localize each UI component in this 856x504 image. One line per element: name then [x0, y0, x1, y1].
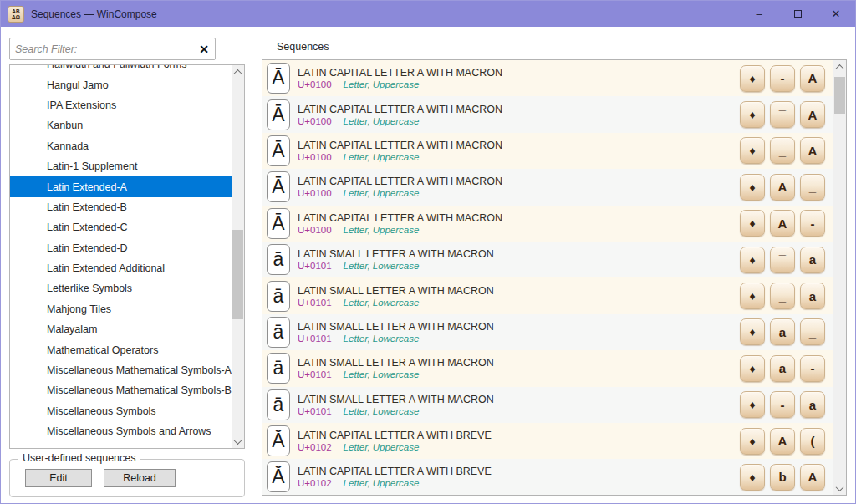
- sequence-scrollbar[interactable]: [833, 60, 846, 495]
- sequence-row[interactable]: Ā LATIN CAPITAL LETTER A WITH MACRON U+0…: [262, 60, 833, 96]
- sequence-row[interactable]: ā LATIN SMALL LETTER A WITH MACRON U+010…: [262, 277, 833, 313]
- keycap: A: [800, 464, 825, 491]
- compose-key-icon: ♦: [740, 247, 765, 273]
- category-item[interactable]: Kanbun: [10, 115, 232, 135]
- category-item-label: Miscellaneous Mathematical Symbols-A: [47, 364, 232, 376]
- category-item[interactable]: Latin Extended Additional: [10, 258, 232, 278]
- sequence-row[interactable]: Ā LATIN CAPITAL LETTER A WITH MACRON U+0…: [262, 169, 833, 205]
- character-glyph-box: ā: [267, 281, 290, 312]
- compose-key-icon: ♦: [740, 318, 765, 345]
- category-item[interactable]: Miscellaneous Symbols: [10, 401, 232, 421]
- edit-button[interactable]: Edit: [25, 469, 92, 487]
- category-item[interactable]: Latin Extended-D: [10, 238, 232, 258]
- scroll-up-icon[interactable]: [833, 60, 846, 74]
- sequence-row[interactable]: Ă LATIN CAPITAL LETTER A WITH BREVE U+01…: [262, 423, 833, 459]
- scroll-down-icon[interactable]: [232, 435, 244, 448]
- maximize-button[interactable]: [778, 1, 817, 27]
- sequences-label: Sequences: [277, 41, 329, 53]
- category-item[interactable]: Halfwidth and Fullwidth Forms: [10, 64, 232, 74]
- category-item-label: Letterlike Symbols: [47, 283, 132, 294]
- category-item-label: Latin Extended-C: [47, 221, 128, 233]
- sequence-category: Letter, Lowercase: [344, 333, 420, 344]
- category-item[interactable]: Mahjong Tiles: [10, 299, 232, 319]
- user-defined-groupbox: User-defined sequences Edit Reload: [9, 459, 245, 497]
- keycap: b: [770, 464, 795, 491]
- sequence-row[interactable]: ā LATIN SMALL LETTER A WITH MACRON U+010…: [262, 350, 833, 386]
- reload-button[interactable]: Reload: [104, 469, 176, 487]
- category-item-label: Latin Extended Additional: [47, 262, 165, 274]
- minimize-button[interactable]: –: [740, 1, 778, 27]
- close-button[interactable]: ✕: [817, 1, 855, 27]
- keycap: a: [770, 318, 795, 345]
- category-item[interactable]: Letterlike Symbols: [10, 278, 232, 298]
- compose-key-icon: ♦: [740, 428, 765, 455]
- compose-key-icon: ♦: [740, 210, 765, 237]
- key-sequence: ♦A_: [740, 174, 825, 201]
- category-item[interactable]: Miscellaneous Mathematical Symbols-A: [10, 360, 232, 380]
- character-glyph-box: ā: [267, 244, 290, 275]
- category-item-label: Miscellaneous Symbols: [47, 405, 156, 417]
- category-item[interactable]: Miscellaneous Symbols and Arrows: [10, 421, 232, 441]
- sequence-row[interactable]: Ā LATIN CAPITAL LETTER A WITH MACRON U+0…: [262, 133, 833, 169]
- character-glyph-box: Ā: [267, 208, 290, 239]
- sequence-category: Letter, Lowercase: [344, 261, 420, 271]
- sequence-codepoint: U+0101: [298, 406, 332, 416]
- category-item[interactable]: Latin Extended-C: [10, 217, 232, 237]
- keycap: a: [800, 247, 825, 273]
- sequence-name: LATIN CAPITAL LETTER A WITH MACRON: [298, 104, 731, 115]
- sequence-name: LATIN CAPITAL LETTER A WITH BREVE: [298, 430, 731, 441]
- category-item[interactable]: Hangul Jamo: [10, 74, 232, 94]
- sequence-scrollbar-thumb[interactable]: [834, 77, 845, 114]
- category-item-label: Latin Extended-B: [47, 201, 127, 213]
- keycap: -: [770, 391, 795, 418]
- key-sequence: ♦A(: [740, 428, 825, 455]
- sequence-row[interactable]: ā LATIN SMALL LETTER A WITH MACRON U+010…: [262, 314, 833, 350]
- sequence-name: LATIN CAPITAL LETTER A WITH MACRON: [298, 176, 731, 187]
- sequence-name: LATIN CAPITAL LETTER A WITH MACRON: [298, 67, 731, 79]
- keycap: _: [800, 318, 825, 345]
- sequence-row[interactable]: ā LATIN SMALL LETTER A WITH MACRON U+010…: [262, 387, 833, 423]
- character-glyph-box: ā: [267, 389, 290, 420]
- scroll-up-icon[interactable]: [232, 65, 244, 79]
- titlebar: AB ΔΩ Sequences — WinCompose – ✕: [1, 1, 855, 27]
- category-item-label: Hangul Jamo: [47, 79, 109, 91]
- sequence-name: LATIN SMALL LETTER A WITH MACRON: [298, 321, 731, 333]
- category-item[interactable]: Malayalam: [10, 319, 232, 339]
- category-item[interactable]: IPA Extensions: [10, 95, 232, 115]
- sequence-name: LATIN CAPITAL LETTER A WITH BREVE: [298, 466, 731, 477]
- category-scrollbar[interactable]: [232, 65, 244, 448]
- category-item-label: Mahjong Tiles: [47, 303, 111, 315]
- category-item[interactable]: Latin Extended-B: [10, 197, 232, 217]
- sequence-row[interactable]: Ā LATIN CAPITAL LETTER A WITH MACRON U+0…: [262, 206, 833, 242]
- character-glyph-box: Ă: [267, 425, 290, 456]
- compose-key-icon: ♦: [740, 464, 765, 491]
- search-input[interactable]: [10, 38, 193, 59]
- sequence-row[interactable]: Ă LATIN CAPITAL LETTER A WITH BREVE U+01…: [262, 459, 833, 495]
- scroll-down-icon[interactable]: [833, 481, 846, 495]
- category-item[interactable]: Mathematical Operators: [10, 339, 232, 359]
- category-item[interactable]: Latin-1 Supplement: [10, 156, 232, 176]
- sequence-codepoint: U+0101: [298, 369, 332, 379]
- sequence-category: Letter, Uppercase: [344, 225, 420, 235]
- sequence-codepoint: U+0101: [298, 261, 332, 271]
- character-glyph-box: Ā: [267, 171, 290, 202]
- category-scrollbar-thumb[interactable]: [232, 230, 243, 319]
- sequence-row[interactable]: Ā LATIN CAPITAL LETTER A WITH MACRON U+0…: [262, 96, 833, 132]
- wincompose-app-icon: AB ΔΩ: [8, 6, 24, 23]
- compose-key-icon: ♦: [740, 101, 765, 128]
- window-controls: – ✕: [740, 1, 855, 27]
- compose-key-icon: ♦: [740, 137, 765, 164]
- keycap: -: [800, 355, 825, 382]
- sequence-codepoint: U+0102: [298, 478, 332, 488]
- category-item-label: Mathematical Operators: [47, 344, 158, 356]
- sequence-codepoint: U+0100: [298, 152, 332, 162]
- category-item[interactable]: Latin Extended-A: [10, 176, 232, 196]
- category-item[interactable]: Miscellaneous Mathematical Symbols-B: [10, 380, 232, 400]
- clear-search-icon[interactable]: ✕: [193, 43, 215, 56]
- sequence-codepoint: U+0102: [298, 442, 332, 452]
- category-item[interactable]: Kannada: [10, 136, 232, 156]
- compose-key-icon: ♦: [740, 391, 765, 418]
- character-glyph-box: ā: [267, 353, 290, 384]
- sequence-row[interactable]: ā LATIN SMALL LETTER A WITH MACRON U+010…: [262, 242, 833, 277]
- compose-key-icon: ♦: [740, 174, 765, 201]
